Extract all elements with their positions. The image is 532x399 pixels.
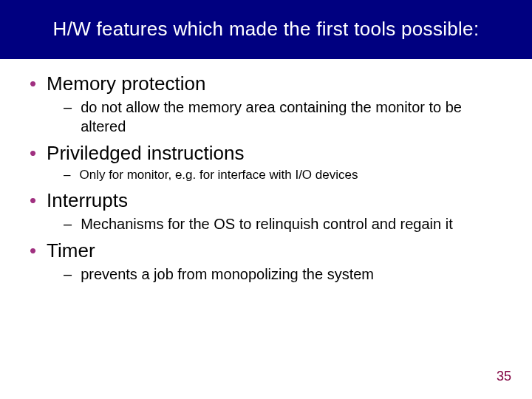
dash-icon: – <box>64 214 72 233</box>
sub-bullet-text: Mechanisms for the OS to relinquish cont… <box>81 214 453 233</box>
bullet-dot-icon: • <box>30 188 36 213</box>
bullet-dot-icon: • <box>30 140 36 166</box>
bullet-item: • Priviledged instructions <box>30 140 510 166</box>
slide-title: H/W features which made the first tools … <box>38 18 494 41</box>
bullet-text: Memory protection <box>47 71 205 96</box>
bullet-text: Timer <box>47 238 95 263</box>
bullet-text: Priviledged instructions <box>47 140 244 166</box>
bullet-dot-icon: • <box>30 71 36 96</box>
sub-bullet-item: – Only for monitor, e.g. for interface w… <box>64 167 510 183</box>
sub-bullet-item: – prevents a job from monopolizing the s… <box>64 265 510 284</box>
title-band: H/W features which made the first tools … <box>0 0 532 59</box>
bullet-item: • Memory protection <box>30 71 510 96</box>
page-number: 35 <box>497 369 511 384</box>
sub-bullet-text: prevents a job from monopolizing the sys… <box>81 265 374 284</box>
slide: H/W features which made the first tools … <box>0 0 532 399</box>
slide-body: • Memory protection – do not allow the m… <box>30 71 510 288</box>
sub-bullet-item: – Mechanisms for the OS to relinquish co… <box>64 214 510 233</box>
bullet-text: Interrupts <box>47 188 128 213</box>
bullet-item: • Interrupts <box>30 188 510 213</box>
sub-bullet-item: – do not allow the memory area containin… <box>64 98 510 136</box>
dash-icon: – <box>64 167 70 183</box>
sub-bullet-text: do not allow the memory area containing … <box>81 98 510 136</box>
sub-bullet-text: Only for monitor, e.g. for interface wit… <box>79 167 358 183</box>
bullet-item: • Timer <box>30 238 510 263</box>
dash-icon: – <box>64 265 72 284</box>
bullet-dot-icon: • <box>30 238 36 263</box>
dash-icon: – <box>64 98 72 117</box>
